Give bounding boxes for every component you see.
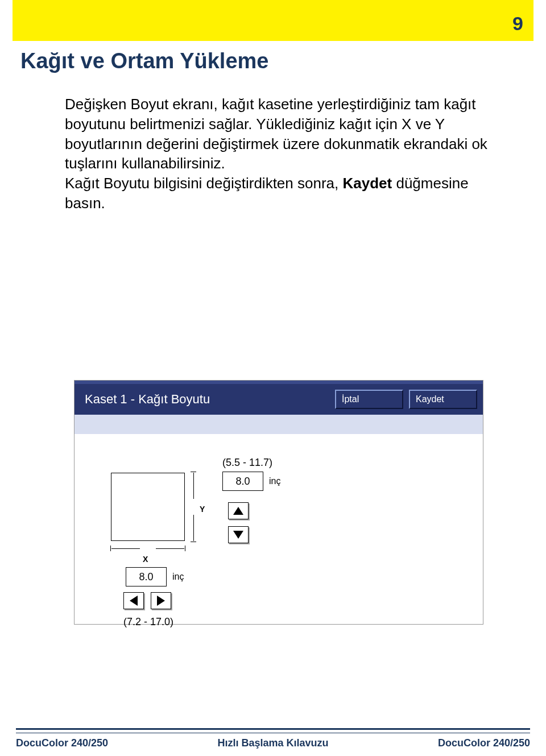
y-range-label: (5.5 - 11.7): [222, 457, 272, 469]
footer-center: Hızlı Başlama Kılavuzu: [16, 737, 530, 749]
y-rail-icon: [191, 473, 196, 541]
header-accent-bar: [13, 0, 533, 41]
paper-preview-icon: [111, 473, 185, 541]
body-paragraph: Değişken Boyut ekranı, kağıt kasetine ye…: [65, 94, 503, 213]
dialog-sub-strip: [75, 415, 483, 434]
footer-rule-thin: [16, 733, 530, 733]
section-title: Kağıt ve Ortam Yükleme: [20, 49, 268, 73]
paper-size-dialog: Kaset 1 - Kağıt Boyutu İptal Kaydet Y X …: [74, 380, 483, 625]
dialog-title: Kaset 1 - Kağıt Boyutu: [75, 392, 335, 407]
x-decrease-button[interactable]: [123, 592, 144, 609]
y-value-field[interactable]: 8.0: [222, 472, 263, 491]
page-footer: DocuColor 240/250 Hızlı Başlama Kılavuzu…: [16, 737, 530, 749]
y-decrease-button[interactable]: [228, 526, 249, 543]
y-unit-label: inç: [269, 476, 280, 486]
x-increase-button[interactable]: [151, 592, 171, 609]
triangle-down-icon: [233, 531, 243, 539]
triangle-left-icon: [130, 596, 138, 606]
dialog-title-bar: Kaset 1 - Kağıt Boyutu İptal Kaydet: [75, 384, 483, 415]
page-number: 9: [512, 13, 523, 35]
x-axis-label: X: [143, 555, 148, 564]
y-axis-label: Y: [200, 505, 205, 514]
y-increase-button[interactable]: [228, 502, 249, 519]
triangle-up-icon: [233, 507, 243, 515]
x-value-field[interactable]: 8.0: [126, 567, 167, 586]
x-rail-icon: [111, 546, 184, 551]
cancel-button[interactable]: İptal: [335, 390, 403, 409]
save-button[interactable]: Kaydet: [409, 390, 477, 409]
x-range-label: (7.2 - 17.0): [123, 616, 173, 628]
x-unit-label: inç: [172, 572, 184, 582]
footer-rule-thick: [16, 728, 530, 730]
triangle-right-icon: [157, 596, 165, 606]
